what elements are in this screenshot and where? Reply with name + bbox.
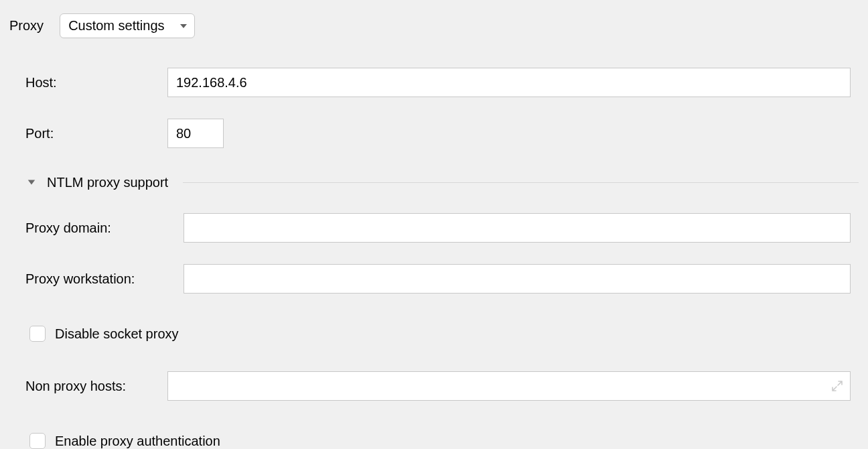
expand-icon[interactable] [830, 379, 844, 393]
ntlm-section-header[interactable]: NTLM proxy support [9, 175, 859, 190]
proxy-mode-select[interactable]: Custom settings [60, 13, 194, 38]
proxy-label: Proxy [9, 18, 44, 34]
port-input[interactable] [167, 119, 224, 148]
chevron-down-icon [178, 21, 189, 31]
non-proxy-hosts-input[interactable] [167, 371, 851, 401]
enable-auth-checkbox[interactable] [29, 433, 46, 449]
disable-socket-label: Disable socket proxy [55, 326, 179, 342]
ntlm-section-title: NTLM proxy support [47, 175, 168, 190]
proxy-workstation-label: Proxy workstation: [9, 271, 184, 287]
host-label: Host: [9, 75, 167, 90]
proxy-mode-value: Custom settings [68, 18, 164, 34]
divider [183, 182, 859, 183]
proxy-domain-input[interactable] [184, 213, 851, 243]
port-label: Port: [9, 126, 167, 141]
non-proxy-hosts-label: Non proxy hosts: [9, 379, 167, 394]
proxy-domain-label: Proxy domain: [9, 220, 184, 236]
disable-socket-checkbox[interactable] [29, 326, 46, 342]
triangle-down-icon [27, 178, 38, 188]
enable-auth-label: Enable proxy authentication [55, 434, 220, 449]
host-input[interactable] [167, 68, 851, 97]
proxy-workstation-input[interactable] [184, 264, 851, 294]
